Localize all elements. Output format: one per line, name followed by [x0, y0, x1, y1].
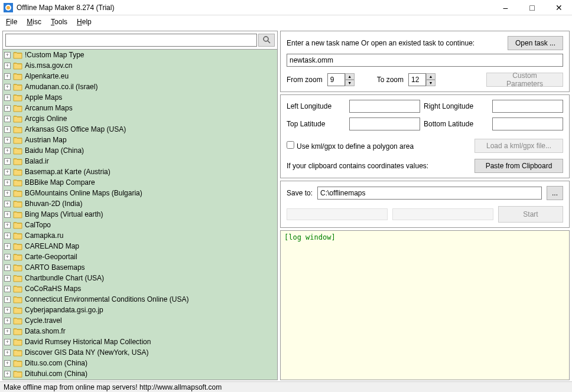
start-button[interactable]: Start — [498, 206, 563, 223]
tree-item[interactable]: +CalTopo — [3, 220, 277, 230]
expander-icon[interactable]: + — [4, 371, 11, 377]
right-lng-input[interactable] — [492, 100, 563, 113]
tree-item[interactable]: +Bhuvan-2D (India) — [3, 198, 277, 209]
left-lng-input[interactable] — [349, 100, 420, 113]
maximize-button[interactable]: □ — [519, 0, 545, 15]
tree-item-label: Cyberjapandata.gsi.go.jp — [25, 306, 103, 314]
tree-item[interactable]: +Camapka.ru — [3, 230, 277, 241]
expander-icon[interactable]: + — [4, 211, 11, 218]
menu-help[interactable]: Help — [73, 17, 95, 27]
expander-icon[interactable]: + — [4, 233, 11, 239]
expander-icon[interactable]: + — [4, 222, 11, 228]
from-zoom-input[interactable] — [327, 73, 345, 86]
expander-icon[interactable]: + — [4, 264, 11, 271]
save-path-input[interactable] — [317, 187, 542, 200]
expander-icon[interactable]: + — [4, 254, 11, 260]
tree-item[interactable]: +BBBike Map Compare — [3, 177, 277, 188]
folder-icon — [13, 264, 22, 272]
minimize-button[interactable]: – — [492, 0, 519, 15]
expander-icon[interactable]: + — [4, 243, 11, 250]
expander-icon[interactable]: + — [4, 73, 11, 80]
tree-item[interactable]: +Discover GIS Data NY (NewYork, USA) — [3, 347, 277, 358]
tree-item[interactable]: +Baidu Map (China) — [3, 145, 277, 156]
tree-item[interactable]: +Data.shom.fr — [3, 326, 277, 337]
expander-icon[interactable]: + — [4, 148, 11, 154]
tree-item[interactable]: +Basemap.at Karte (Austria) — [3, 166, 277, 177]
from-zoom-down[interactable]: ▼ — [345, 80, 355, 86]
tree-item[interactable]: +Arcgis Online — [3, 113, 277, 124]
tree-item[interactable]: +Ditu.so.com (China) — [3, 358, 277, 368]
expander-icon[interactable]: + — [4, 318, 11, 324]
expander-icon[interactable]: + — [4, 84, 11, 90]
top-lat-input[interactable] — [349, 117, 420, 130]
expander-icon[interactable]: + — [4, 286, 11, 292]
tree-item[interactable]: +Bing Maps (Virtual earth) — [3, 209, 277, 220]
tree-item[interactable]: +Dituhui.com (China) — [3, 368, 277, 379]
expander-icon[interactable]: + — [4, 275, 11, 282]
from-zoom-up[interactable]: ▲ — [345, 73, 355, 80]
browse-button[interactable]: ... — [547, 186, 563, 200]
tree-item[interactable]: +CARTO Basemaps — [3, 262, 277, 273]
maptype-tree[interactable]: +!Custom Map Type+Ais.msa.gov.cn+Alpenka… — [3, 49, 277, 380]
search-input[interactable] — [5, 34, 257, 47]
tree-item[interactable]: +Cyberjapandata.gsi.go.jp — [3, 305, 277, 315]
kml-checkbox-label[interactable]: Use kml/gpx to define a polygon area — [287, 141, 414, 151]
expander-icon[interactable]: + — [4, 169, 11, 175]
open-task-button[interactable]: Open task ... — [508, 36, 563, 50]
expander-icon[interactable]: + — [4, 328, 11, 335]
expander-icon[interactable]: + — [4, 179, 11, 186]
expander-icon[interactable]: + — [4, 52, 11, 58]
close-button[interactable]: ✕ — [545, 0, 572, 15]
expander-icon[interactable]: + — [4, 158, 11, 165]
expander-icon[interactable]: + — [4, 105, 11, 112]
expander-icon[interactable]: + — [4, 201, 11, 207]
tree-item[interactable]: +Amudanan.co.il (Israel) — [3, 81, 277, 92]
bottom-lat-input[interactable] — [492, 117, 563, 130]
tree-item[interactable]: +Alpenkarte.eu — [3, 71, 277, 81]
expander-icon[interactable]: + — [4, 349, 11, 356]
expander-icon[interactable]: + — [4, 116, 11, 122]
expander-icon[interactable]: + — [4, 137, 11, 143]
expander-icon[interactable]: + — [4, 190, 11, 197]
tree-item[interactable]: +!Custom Map Type — [3, 50, 277, 60]
tree-item[interactable]: +CARELAND Map — [3, 241, 277, 251]
tree-item[interactable]: +BGMountains Online Maps (Bulgaria) — [3, 188, 277, 198]
tree-item[interactable]: +Balad.ir — [3, 156, 277, 166]
expander-icon[interactable]: + — [4, 360, 11, 367]
menu-misc[interactable]: Misc — [23, 17, 45, 27]
expander-icon[interactable]: + — [4, 94, 11, 101]
expander-icon[interactable]: + — [4, 307, 11, 313]
to-zoom-down[interactable]: ▼ — [426, 80, 436, 86]
tree-item-label: Connecticut Environmental Conditions Onl… — [25, 295, 188, 303]
tree-item[interactable]: +David Rumsey Historical Map Collection — [3, 337, 277, 347]
tree-item[interactable]: +Austrian Map — [3, 135, 277, 145]
load-kml-button[interactable]: Load a kml/gpx file... — [474, 139, 563, 153]
tree-item[interactable]: +Apple Maps — [3, 92, 277, 103]
menu-tools[interactable]: Tools — [47, 17, 71, 27]
tree-item[interactable]: +Chartbundle Chart (USA) — [3, 273, 277, 283]
expander-icon[interactable]: + — [4, 296, 11, 303]
paste-clipboard-button[interactable]: Paste from Clipboard — [474, 159, 563, 173]
to-zoom-up[interactable]: ▲ — [426, 73, 436, 80]
custom-params-button[interactable]: Custom Parameters — [486, 73, 563, 87]
tree-item-label: Austrian Map — [25, 136, 67, 144]
expander-icon[interactable]: + — [4, 63, 11, 69]
folder-icon — [13, 200, 22, 208]
log-window[interactable]: [log window] — [280, 230, 570, 380]
to-zoom-input[interactable] — [408, 73, 426, 86]
tree-item[interactable]: +Arcanum Maps — [3, 103, 277, 113]
kml-checkbox[interactable] — [287, 141, 294, 149]
expander-icon[interactable]: + — [4, 339, 11, 345]
search-button[interactable] — [258, 34, 275, 47]
tree-item[interactable]: +CoCoRaHS Maps — [3, 283, 277, 294]
tree-item[interactable]: +Connecticut Environmental Conditions On… — [3, 294, 277, 305]
tree-item[interactable]: +Carte-Geoportail — [3, 251, 277, 262]
tree-item[interactable]: +Cycle.travel — [3, 315, 277, 326]
tree-item[interactable]: +Arkansas GIS Office Map (USA) — [3, 124, 277, 135]
expander-icon[interactable]: + — [4, 126, 11, 133]
menu-file[interactable]: File — [2, 17, 21, 27]
tree-item-label: Arcgis Online — [25, 115, 67, 123]
window-title: Offline Map Maker 8.274 (Trial) — [17, 4, 492, 12]
task-name-input[interactable] — [287, 54, 563, 67]
tree-item[interactable]: +Ais.msa.gov.cn — [3, 60, 277, 71]
